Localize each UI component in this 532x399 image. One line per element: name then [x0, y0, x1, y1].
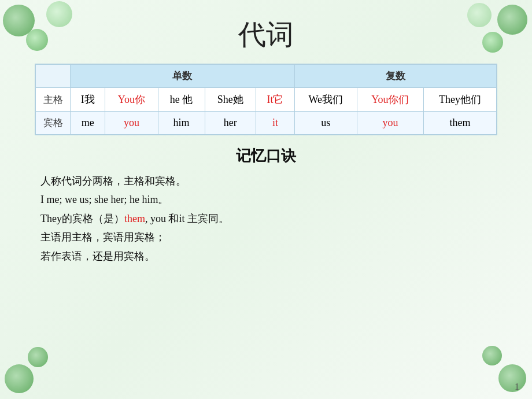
- memory-line-2: They的宾格（是）them, you 和it 主宾同。: [40, 209, 492, 228]
- deco-circle-5: [482, 32, 503, 53]
- memory-title: 记忆口诀: [40, 146, 492, 166]
- row-label-1: 宾格: [36, 112, 71, 135]
- cell-1-0: me: [71, 112, 105, 135]
- memory-line-0: 人称代词分两格，主格和宾格。: [40, 172, 492, 190]
- row-label-0: 主格: [36, 88, 71, 112]
- cell-1-5: us: [294, 112, 357, 135]
- cell-1-1: you: [105, 112, 158, 135]
- col-header-label: [36, 65, 71, 88]
- table-row-1: 宾格meyouhimheritusyouthem: [36, 112, 497, 135]
- deco-circle-6: [467, 3, 492, 27]
- cell-0-4: It它: [256, 88, 294, 112]
- cell-0-1: You你: [105, 88, 158, 112]
- slide: 代词 单数 复数 主格I我You你he 他She她It它We我们You你们The…: [0, 0, 532, 399]
- cell-1-4: it: [256, 112, 294, 135]
- deco-circle-9: [498, 364, 526, 392]
- deco-circle-3: [46, 1, 72, 27]
- cell-0-3: She她: [205, 88, 256, 112]
- memory-line-4: 若作表语，还是用宾格。: [40, 247, 492, 265]
- cell-1-7: them: [424, 112, 497, 135]
- deco-circle-7: [5, 364, 34, 393]
- deco-circle-2: [26, 29, 48, 51]
- cell-0-6: You你们: [357, 88, 423, 112]
- memory-line-3: 主语用主格，宾语用宾格；: [40, 228, 492, 246]
- page-number: 1: [515, 382, 519, 392]
- memory-section: 记忆口诀 人称代词分两格，主格和宾格。I me; we us; she her;…: [40, 146, 492, 265]
- cell-1-3: her: [205, 112, 256, 135]
- cell-0-2: he 他: [158, 88, 205, 112]
- cell-0-0: I我: [71, 88, 105, 112]
- memory-lines: 人称代词分两格，主格和宾格。I me; we us; she her; he h…: [40, 172, 492, 265]
- deco-circle-4: [497, 5, 527, 35]
- pronoun-table: 单数 复数 主格I我You你he 他She她It它We我们You你们They他们…: [35, 64, 497, 135]
- page-title: 代词: [0, 0, 532, 64]
- deco-circle-10: [482, 346, 502, 365]
- table-row-0: 主格I我You你he 他She她It它We我们You你们They他们: [36, 88, 497, 112]
- col-header-plural: 复数: [294, 65, 496, 88]
- table-header-row: 单数 复数: [36, 65, 497, 88]
- memory-line-1: I me; we us; she her; he him。: [40, 190, 492, 209]
- cell-1-2: him: [158, 112, 205, 135]
- cell-0-7: They他们: [424, 88, 497, 112]
- col-header-singular: 单数: [71, 65, 295, 88]
- cell-0-5: We我们: [294, 88, 357, 112]
- deco-circle-8: [28, 347, 48, 367]
- cell-1-6: you: [357, 112, 423, 135]
